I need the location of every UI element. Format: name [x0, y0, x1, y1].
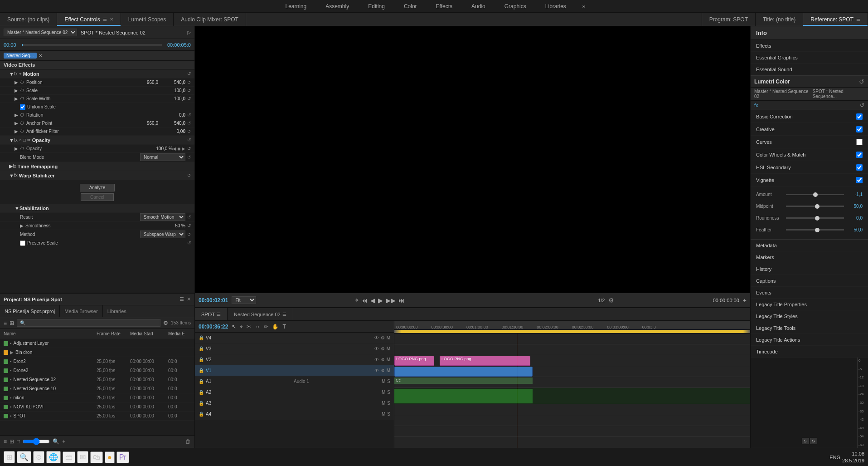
- project-tab-active[interactable]: NS Picerija Spot.prproj: [0, 305, 60, 317]
- uniform-scale-checkbox-area[interactable]: Uniform Scale: [20, 104, 56, 110]
- track-v4-mute-icon[interactable]: M: [387, 335, 390, 340]
- track-v2-settings-icon[interactable]: ⚙: [381, 357, 385, 362]
- opacity-reset-icon[interactable]: ↺: [187, 137, 191, 142]
- item-1-icon[interactable]: ▶: [10, 350, 14, 355]
- timeline-tool-pen-icon[interactable]: ✏: [264, 324, 268, 330]
- tab-effect-controls-close-icon[interactable]: ✕: [110, 17, 113, 22]
- track-a2-lock-icon[interactable]: 🔒: [199, 390, 204, 395]
- tab-program[interactable]: Program: SPOT: [702, 13, 756, 26]
- rotation-value[interactable]: 0,0: [158, 113, 185, 118]
- vignette-amount-slider[interactable]: [786, 194, 844, 195]
- track-a1-lock-icon[interactable]: 🔒: [199, 379, 204, 384]
- timeline-tool-type-icon[interactable]: T: [282, 324, 286, 330]
- project-item-5[interactable]: ▪ Nested Sequence 10 25,00 fps 00:00:00:…: [0, 384, 194, 393]
- nav-item-color[interactable]: Color: [401, 2, 420, 10]
- warp-stabilizer-header[interactable]: ▼ fx Warp Stabilizer ↺: [0, 171, 194, 180]
- scale-expand-icon[interactable]: ▶: [15, 88, 18, 93]
- timeline-clips-area[interactable]: LOGO PNG.png LOGO PNG.png: [394, 334, 750, 448]
- project-search-input[interactable]: [17, 319, 160, 327]
- project-item-7[interactable]: ▪ NOVI KLIPOVI 25,00 fps 00:00:00:00 00:…: [0, 402, 194, 412]
- result-select[interactable]: Smooth Motion No Motion: [140, 213, 185, 221]
- transport-go-start-button[interactable]: ⏮: [361, 297, 368, 304]
- right-panel-markers[interactable]: Markers: [751, 251, 868, 263]
- track-a2-s-icon[interactable]: S: [387, 390, 390, 395]
- level-s-button-1[interactable]: S: [801, 438, 809, 444]
- rotation-reset-icon[interactable]: ↺: [187, 113, 191, 118]
- anchor-point-expand-icon[interactable]: ▶: [15, 121, 18, 126]
- stabilization-expand-icon[interactable]: ▼: [15, 206, 19, 211]
- panel-menu-icon[interactable]: ▷: [187, 29, 191, 35]
- right-panel-effects[interactable]: Effects: [751, 40, 868, 52]
- uniform-scale-checkbox[interactable]: [20, 104, 25, 110]
- tab-title[interactable]: Title: (no title): [756, 13, 803, 26]
- timeline-tab-nested[interactable]: Nested Sequence 02 ☰: [228, 308, 293, 320]
- lumetri-color-wheels-checkbox[interactable]: [856, 152, 863, 158]
- taskbar-search-button[interactable]: 🔍: [17, 451, 31, 463]
- transport-mark-in-icon[interactable]: ⌖: [355, 296, 359, 304]
- transport-go-end-button[interactable]: ⏭: [398, 297, 405, 304]
- transport-play-button[interactable]: ▶: [378, 297, 383, 304]
- project-col-dur[interactable]: Media E: [168, 331, 191, 336]
- method-select[interactable]: Subspace Warp Perspective Position: [140, 231, 185, 238]
- track-v4-eye-icon[interactable]: 👁: [374, 335, 379, 340]
- timeline-tool-slip-icon[interactable]: ↔: [255, 324, 260, 330]
- right-panel-legacy-title-actions[interactable]: Legacy Title Actions: [751, 334, 868, 346]
- track-v2-eye-icon[interactable]: 👁: [374, 357, 379, 362]
- project-item-6[interactable]: ▪ nikon 25,00 fps 00:00:00:00 00:0: [0, 393, 194, 402]
- project-item-1[interactable]: ▶ Bin dron: [0, 348, 194, 357]
- taskbar-start-button[interactable]: ⊞: [4, 451, 15, 463]
- right-panel-history[interactable]: History: [751, 263, 868, 275]
- track-v3-mute-icon[interactable]: M: [387, 346, 390, 351]
- project-list-view-icon[interactable]: ⊞: [10, 438, 14, 445]
- nav-item-assembly[interactable]: Assembly: [323, 2, 352, 10]
- track-v3-lock-icon[interactable]: 🔒: [199, 346, 204, 351]
- tab-effect-controls-menu-icon[interactable]: ☰: [103, 17, 107, 22]
- analyze-button[interactable]: Analyze: [80, 184, 115, 191]
- track-a2-m-icon[interactable]: M: [382, 390, 385, 395]
- lumetri-vignette-checkbox[interactable]: [856, 177, 863, 183]
- track-v1-eye-icon[interactable]: 👁: [374, 368, 379, 373]
- timeline-tab-spot[interactable]: SPOT ☰: [195, 308, 228, 320]
- lumetri-fx-reset-icon[interactable]: ↺: [860, 102, 864, 108]
- nav-item-libraries[interactable]: Libraries: [543, 2, 569, 10]
- scale-value[interactable]: 100,0: [158, 88, 185, 93]
- project-zoom-slider[interactable]: [23, 438, 50, 445]
- project-tab-media-browser[interactable]: Media Browser: [60, 305, 102, 317]
- track-a3-s-icon[interactable]: S: [387, 401, 390, 406]
- vignette-roundness-thumb[interactable]: [815, 216, 820, 221]
- right-panel-legacy-title-tools[interactable]: Legacy Title Tools: [751, 322, 868, 334]
- lumetri-basic-correction[interactable]: Basic Correction: [751, 110, 868, 123]
- taskbar-file-explorer-button[interactable]: 🗃: [63, 451, 75, 463]
- anti-flicker-reset-icon[interactable]: ↺: [187, 129, 191, 134]
- rotation-stopwatch-icon[interactable]: ⏱: [20, 113, 24, 118]
- right-panel-captions[interactable]: Captions: [751, 275, 868, 287]
- opacity-kf-prev-icon[interactable]: ◀: [173, 146, 176, 151]
- project-new-item-icon[interactable]: +: [62, 438, 65, 445]
- project-grid-icon[interactable]: ⊞: [10, 320, 14, 326]
- opacity-reset-btn[interactable]: ↺: [187, 146, 191, 151]
- track-v3-eye-icon[interactable]: 👁: [374, 346, 379, 351]
- transport-step-back-button[interactable]: ◀: [370, 297, 375, 304]
- smoothness-value[interactable]: 50 %: [158, 223, 185, 228]
- timeline-tab-spot-menu-icon[interactable]: ☰: [217, 312, 221, 317]
- right-panel-essential-graphics[interactable]: Essential Graphics: [751, 52, 868, 64]
- method-reset-icon[interactable]: ↺: [187, 232, 191, 237]
- project-item-8[interactable]: ▪ SPOT 25,00 fps 00:00:00:00 00:0: [0, 412, 194, 421]
- track-a3-lock-icon[interactable]: 🔒: [199, 401, 204, 406]
- anti-flicker-value[interactable]: 0,00: [158, 129, 185, 134]
- lumetri-creative[interactable]: Creative: [751, 123, 868, 136]
- lumetri-color-wheels[interactable]: Color Wheels & Match: [751, 148, 868, 161]
- a1-waveform-clip[interactable]: [394, 389, 533, 403]
- opacity-expand-icon[interactable]: ▼: [9, 137, 14, 143]
- anti-flicker-expand-icon[interactable]: ▶: [15, 129, 18, 134]
- anchor-point-x-value[interactable]: 960,0: [131, 121, 158, 126]
- warp-stabilizer-reset-icon[interactable]: ↺: [187, 173, 191, 178]
- anchor-point-reset-icon[interactable]: ↺: [187, 121, 191, 126]
- tab-source[interactable]: Source: (no clips): [0, 13, 57, 26]
- vignette-amount-value[interactable]: -1,1: [847, 192, 863, 197]
- taskbar-premiere-button[interactable]: Pr: [116, 451, 129, 463]
- vignette-midpoint-value[interactable]: 50,0: [847, 204, 863, 209]
- vignette-feather-thumb[interactable]: [815, 228, 820, 232]
- stabilization-header[interactable]: ▼ Stabilization: [0, 204, 194, 213]
- right-panel-metadata[interactable]: Metadata: [751, 240, 868, 251]
